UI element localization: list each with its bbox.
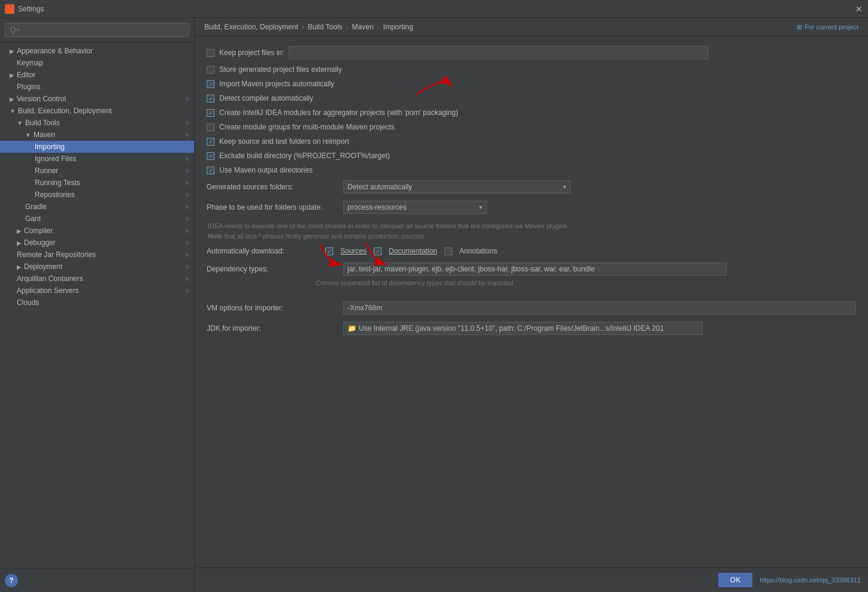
documentation-label: Documentation xyxy=(389,247,437,255)
keep-source-label: Keep source and test folders on reimport xyxy=(219,137,349,146)
import-maven-label: Import Maven projects automatically xyxy=(219,80,334,88)
store-generated-checkbox[interactable] xyxy=(207,66,214,74)
url-bar: https://blog.csdn.net/qq_33386311 xyxy=(760,576,861,584)
sidebar-item-gant[interactable]: Gant ⎘ xyxy=(0,213,194,225)
sidebar-item-ignored-files[interactable]: Ignored Files ⎘ xyxy=(0,153,194,165)
hint-note: Note xyxy=(208,232,222,240)
expand-arrow: ▶ xyxy=(10,96,14,102)
keep-project-files-input[interactable] xyxy=(289,46,708,59)
sidebar-item-importing[interactable]: Importing ⎘ xyxy=(0,141,194,153)
sidebar-item-runner[interactable]: Runner ⎘ xyxy=(0,165,194,177)
nav-tree: ▶ Appearance & Behavior Keymap ▶ Editor … xyxy=(0,43,194,569)
sidebar-item-label: Remote Jar Repositories xyxy=(17,250,186,259)
breadcrumb-separator: › xyxy=(377,23,380,31)
use-maven-output-checkbox[interactable] xyxy=(207,167,214,174)
auto-download-label: Automatically download: xyxy=(207,247,320,255)
exclude-build-checkbox[interactable] xyxy=(207,152,214,160)
sidebar-item-debugger[interactable]: ▶ Debugger ⎘ xyxy=(0,237,194,249)
dependency-types-label: Dependency types: xyxy=(207,265,338,273)
title-bar: Settings ✕ xyxy=(0,0,868,18)
sidebar-item-label: Ignored Files xyxy=(35,155,186,163)
sidebar-item-maven[interactable]: ▼ Maven ⎘ xyxy=(0,129,194,141)
sidebar-item-label: Deployment xyxy=(24,262,186,271)
vm-options-row: VM options for importer: xyxy=(207,301,856,315)
generated-sources-select-wrapper: Detect automatically Target directory So… xyxy=(343,180,571,194)
import-maven-checkbox[interactable] xyxy=(207,80,214,88)
create-module-groups-row: Create module groups for multi-module Ma… xyxy=(207,123,856,131)
sidebar-item-arquillian[interactable]: Arquillian Containers ⎘ xyxy=(0,273,194,285)
sidebar-item-build-tools[interactable]: ▼ Build Tools ⎘ xyxy=(0,117,194,129)
jdk-label: JDK for importer: xyxy=(207,324,338,333)
import-maven-row: Import Maven projects automatically xyxy=(207,80,856,88)
keep-source-row: Keep source and test folders on reimport xyxy=(207,137,856,146)
dependency-types-hint: Comma separated list of dependency types… xyxy=(314,278,513,288)
sidebar-item-appearance[interactable]: ▶ Appearance & Behavior xyxy=(0,45,194,57)
folder-icon: 📁 xyxy=(347,324,356,333)
keep-source-checkbox[interactable] xyxy=(207,138,214,146)
search-box xyxy=(0,18,194,43)
sidebar-item-label: Keymap xyxy=(17,59,189,67)
auto-download-row: Automatically download: Sources Document… xyxy=(207,247,856,255)
annotations-label: Annotations xyxy=(459,247,497,255)
phase-hint: IDEA needs to execute one of the listed … xyxy=(207,221,856,241)
sidebar-item-editor[interactable]: ▶ Editor xyxy=(0,69,194,81)
phase-select[interactable]: process-resources generate-sources compi… xyxy=(343,201,487,214)
generated-sources-select[interactable]: Detect automatically Target directory So… xyxy=(343,180,571,194)
copy-icon: ⎘ xyxy=(186,132,189,138)
copy-icon: ⎘ xyxy=(186,240,189,246)
jdk-select-wrapper[interactable]: 📁 Use Internal JRE (java version "11.0.5… xyxy=(343,322,703,335)
sidebar-item-plugins[interactable]: Plugins xyxy=(0,81,194,93)
auto-download-options: Sources Documentation Annotations xyxy=(325,247,497,255)
create-intellij-checkbox[interactable] xyxy=(207,109,214,117)
sidebar-item-clouds[interactable]: Clouds xyxy=(0,297,194,309)
close-button[interactable]: ✕ xyxy=(855,5,863,13)
bottom-bar: OK https://blog.csdn.net/qq_33386311 xyxy=(195,567,868,592)
copy-icon: ⎘ xyxy=(186,180,189,186)
window-title: Settings xyxy=(18,5,855,13)
annotations-checkbox[interactable] xyxy=(444,247,452,255)
use-maven-output-row: Use Maven output directories xyxy=(207,166,856,174)
sidebar-item-repositories[interactable]: Repositories ⎘ xyxy=(0,189,194,201)
breadcrumb-item-3: Maven xyxy=(352,23,374,31)
breadcrumb-separator: › xyxy=(302,23,304,31)
sidebar-item-build-execution[interactable]: ▼ Build, Execution, Deployment xyxy=(0,105,194,117)
copy-icon: ⎘ xyxy=(186,276,189,282)
copy-icon: ⎘ xyxy=(186,168,189,174)
sidebar-item-deployment[interactable]: ▶ Deployment ⎘ xyxy=(0,261,194,273)
sources-checkbox[interactable] xyxy=(325,247,333,255)
keep-project-files-label: Keep project files in: xyxy=(219,49,284,57)
project-icon: ⊞ xyxy=(797,23,802,31)
detect-compiler-checkbox[interactable] xyxy=(207,95,214,102)
create-module-groups-checkbox[interactable] xyxy=(207,123,214,131)
keep-project-files-row: Keep project files in: xyxy=(207,46,856,59)
sidebar-item-gradle[interactable]: Gradle ⎘ xyxy=(0,201,194,213)
copy-icon: ⎘ xyxy=(186,96,189,102)
exclude-build-row: Exclude build directory (%PROJECT_ROOT%/… xyxy=(207,152,856,160)
sidebar-item-compiler[interactable]: ▶ Compiler ⎘ xyxy=(0,225,194,237)
vm-options-label: VM options for importer: xyxy=(207,304,338,312)
ok-button[interactable]: OK xyxy=(718,573,752,587)
sidebar-item-label: Running Tests xyxy=(35,179,186,187)
keep-project-files-checkbox[interactable] xyxy=(207,49,214,57)
sidebar-item-label: Build, Execution, Deployment xyxy=(18,107,189,115)
dependency-types-input[interactable] xyxy=(343,262,727,276)
detect-compiler-label: Detect compiler automatically xyxy=(219,94,313,102)
use-maven-output-label: Use Maven output directories xyxy=(219,166,313,174)
sidebar-item-remote-jar[interactable]: Remote Jar Repositories ⎘ xyxy=(0,249,194,261)
sidebar-item-label: Gant xyxy=(25,215,186,223)
documentation-checkbox[interactable] xyxy=(374,247,382,255)
vm-options-input[interactable] xyxy=(343,301,856,315)
expand-arrow: ▶ xyxy=(10,48,14,55)
sidebar-item-label: Plugins xyxy=(17,83,189,91)
right-panel: Build, Execution, Deployment › Build Too… xyxy=(195,18,868,592)
breadcrumb: Build, Execution, Deployment › Build Too… xyxy=(204,23,413,31)
sidebar-item-app-servers[interactable]: Application Servers ⎘ xyxy=(0,285,194,297)
sidebar-item-version-control[interactable]: ▶ Version Control ⎘ xyxy=(0,93,194,105)
help-button[interactable]: ? xyxy=(5,574,18,587)
sources-label: Sources xyxy=(340,247,367,255)
sidebar-item-running-tests[interactable]: Running Tests ⎘ xyxy=(0,177,194,189)
sidebar-item-keymap[interactable]: Keymap xyxy=(0,57,194,69)
search-input[interactable] xyxy=(5,23,189,37)
copy-icon: ⎘ xyxy=(186,204,189,210)
create-intellij-label: Create IntelliJ IDEA modules for aggrega… xyxy=(219,108,458,117)
